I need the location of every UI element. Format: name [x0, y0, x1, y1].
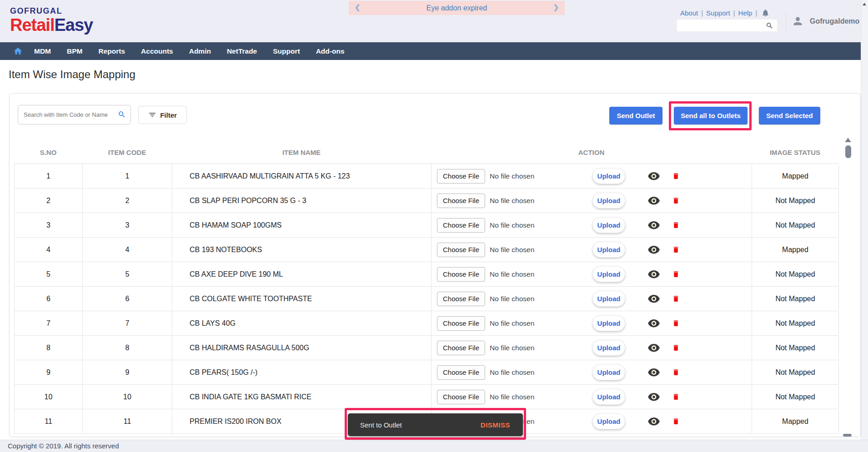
table-vertical-scrollbar-thumb[interactable] [845, 145, 851, 158]
eye-icon [647, 172, 660, 181]
upload-button[interactable]: Upload [592, 315, 625, 331]
item-name-cell: CB AASHIRVAAD MULTIGRAIN ATTA 5 KG - 123 [172, 164, 431, 188]
sno-cell: 3 [15, 213, 83, 237]
image-status-cell: Not Mapped [752, 311, 839, 335]
nav-item-admin[interactable]: Admin [189, 47, 211, 55]
send-outlet-button[interactable]: Send Outlet [609, 107, 662, 124]
banner-prev-icon[interactable]: ❮ [355, 3, 361, 11]
choose-file-button[interactable]: Choose File [437, 316, 485, 331]
delete-image-button[interactable] [672, 220, 680, 230]
notifications-bell-icon[interactable] [761, 9, 770, 17]
home-icon[interactable] [13, 46, 23, 56]
trash-icon [672, 417, 680, 426]
item-search-icon[interactable] [118, 110, 126, 120]
choose-file-button[interactable]: Choose File [437, 218, 485, 233]
image-status-cell: Not Mapped [752, 360, 839, 384]
image-status-cell: Not Mapped [752, 189, 839, 213]
item-code-cell: 11 [83, 409, 172, 433]
item-code-cell: 2 [83, 189, 172, 213]
nav-item-reports[interactable]: Reports [98, 47, 125, 55]
trash-icon [672, 392, 680, 402]
app-header: GOFRUGAL RetailEasy HEAD OFFICE ❮ Eye ad… [0, 0, 868, 42]
nav-item-mdm[interactable]: MDM [34, 47, 51, 55]
delete-image-button[interactable] [672, 343, 680, 353]
item-name-cell: CB COLGATE WHITE TOOTHPASTE [172, 287, 431, 311]
view-image-button[interactable] [647, 196, 660, 206]
action-cell: Choose File No file chosen Upload [431, 213, 752, 237]
image-status-cell: Not Mapped [752, 287, 839, 311]
trash-icon [672, 294, 680, 303]
page-scrollbar-track[interactable] [861, 0, 868, 440]
choose-file-button[interactable]: Choose File [437, 365, 485, 380]
trash-icon [672, 368, 680, 377]
table-row: 7 7 CB LAYS 40G Choose File No file chos… [14, 311, 838, 336]
view-image-button[interactable] [647, 319, 660, 328]
image-status-cell: Not Mapped [752, 262, 839, 286]
user-menu[interactable]: Gofrugaldemo [792, 15, 859, 27]
send-selected-button[interactable]: Send Selected [759, 107, 820, 124]
global-search-box [677, 19, 778, 32]
delete-image-button[interactable] [672, 392, 680, 402]
nav-item-addons[interactable]: Add-ons [316, 47, 345, 55]
view-image-button[interactable] [647, 343, 660, 353]
nav-item-bpm[interactable]: BPM [67, 47, 82, 55]
upload-button[interactable]: Upload [592, 242, 625, 258]
nav-item-nettrade[interactable]: NetTrade [227, 47, 257, 55]
upload-button[interactable]: Upload [592, 340, 625, 356]
upload-button[interactable]: Upload [592, 413, 625, 429]
item-code-cell: 5 [83, 262, 172, 286]
upload-button[interactable]: Upload [592, 364, 625, 380]
delete-image-button[interactable] [672, 196, 680, 205]
choose-file-button[interactable]: Choose File [437, 341, 485, 355]
delete-image-button[interactable] [672, 171, 680, 181]
view-image-button[interactable] [647, 294, 660, 304]
send-all-to-outlets-button[interactable]: Send all to Outlets [674, 107, 748, 124]
delete-image-button[interactable] [672, 417, 680, 426]
view-image-button[interactable] [647, 270, 660, 279]
col-header-sno: S.NO [14, 149, 82, 156]
action-cell: Choose File No file chosen Upload [431, 360, 752, 384]
banner-next-icon[interactable]: ❯ [553, 3, 559, 11]
nav-item-accounts[interactable]: Accounts [141, 47, 173, 55]
view-image-button[interactable] [647, 368, 660, 377]
delete-image-button[interactable] [672, 245, 680, 254]
choose-file-button[interactable]: Choose File [437, 390, 485, 404]
image-status-cell: Mapped [752, 238, 839, 262]
dismiss-button[interactable]: DISMISS [481, 421, 510, 429]
upload-button[interactable]: Upload [592, 266, 625, 282]
choose-file-button[interactable]: Choose File [437, 243, 485, 257]
support-link[interactable]: Support [706, 9, 730, 17]
delete-image-button[interactable] [672, 368, 680, 377]
upload-button[interactable]: Upload [592, 389, 625, 405]
addon-expiry-banner: ❮ Eye addon expired ❯ [349, 1, 565, 15]
table-scroll-up-icon[interactable] [845, 138, 851, 142]
choose-file-button[interactable]: Choose File [437, 169, 485, 184]
about-link[interactable]: About [680, 9, 698, 17]
global-search-input[interactable] [677, 20, 777, 31]
eye-icon [647, 294, 660, 304]
delete-image-button[interactable] [672, 294, 680, 303]
table-horizontal-scrollbar-thumb[interactable] [843, 434, 852, 437]
view-image-button[interactable] [647, 417, 660, 427]
item-search-input[interactable] [18, 105, 130, 124]
choose-file-button[interactable]: Choose File [437, 194, 485, 208]
help-link[interactable]: Help [738, 9, 753, 17]
search-icon[interactable] [766, 22, 773, 31]
view-image-button[interactable] [647, 172, 660, 181]
page-scroll-up-icon[interactable] [863, 3, 866, 5]
nav-item-support[interactable]: Support [273, 47, 300, 55]
delete-image-button[interactable] [672, 269, 680, 279]
table-row: 5 5 CB AXE DEEP DIVE 190 ML Choose File … [14, 262, 838, 287]
choose-file-button[interactable]: Choose File [437, 292, 485, 306]
view-image-button[interactable] [647, 392, 660, 402]
action-cell: Choose File No file chosen Upload [431, 262, 752, 286]
view-image-button[interactable] [647, 245, 660, 255]
upload-button[interactable]: Upload [592, 168, 625, 184]
delete-image-button[interactable] [672, 318, 680, 328]
upload-button[interactable]: Upload [592, 193, 625, 209]
view-image-button[interactable] [647, 221, 660, 230]
upload-button[interactable]: Upload [592, 291, 625, 307]
upload-button[interactable]: Upload [592, 217, 625, 233]
filter-button[interactable]: Filter [138, 106, 187, 124]
choose-file-button[interactable]: Choose File [437, 267, 485, 282]
